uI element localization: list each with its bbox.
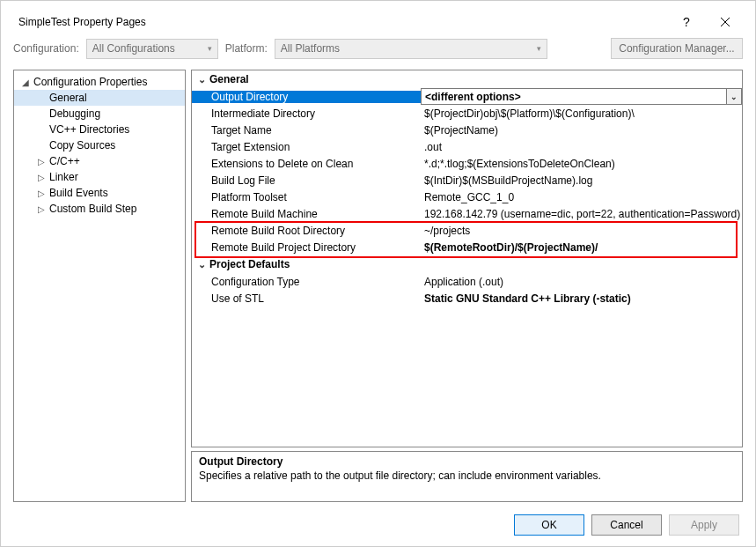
property-name: Extensions to Delete on Clean: [192, 158, 421, 170]
tree-item[interactable]: ▷C/C++: [14, 153, 185, 169]
collapse-icon: ⌄: [194, 74, 209, 85]
property-name: Use of STL: [192, 292, 421, 305]
chevron-down-icon: ▾: [537, 44, 541, 53]
tree-item-label: Build Events: [48, 187, 108, 199]
property-row[interactable]: Remote Build Project Directory$(RemoteRo…: [192, 239, 742, 255]
description-title: Output Directory: [199, 455, 735, 468]
property-value: .out: [421, 141, 742, 153]
property-row[interactable]: Remote Build Root Directory~/projects: [192, 222, 742, 239]
expand-icon: ▷: [35, 173, 48, 182]
collapse-icon: ⌄: [194, 259, 209, 270]
tree-item[interactable]: General: [14, 90, 185, 106]
configuration-label: Configuration:: [13, 42, 79, 55]
property-value: ~/projects: [421, 225, 742, 237]
window-title: SimpleTest Property Pages: [18, 16, 667, 28]
nav-tree[interactable]: ◢ Configuration Properties GeneralDebugg…: [13, 70, 186, 502]
cancel-button[interactable]: Cancel: [591, 514, 662, 536]
property-row[interactable]: Remote Build Machine192.168.142.79 (user…: [192, 205, 742, 222]
property-name: Output Directory: [192, 91, 421, 103]
section-header[interactable]: ⌄Project Defaults: [192, 255, 742, 273]
property-name: Configuration Type: [192, 276, 421, 288]
tree-item[interactable]: ▷Build Events: [14, 185, 185, 201]
property-row[interactable]: Platform ToolsetRemote_GCC_1_0: [192, 188, 742, 205]
tree-item-label: VC++ Directories: [48, 123, 129, 136]
property-row[interactable]: Build Log File$(IntDir)$(MSBuildProjectN…: [192, 172, 742, 188]
expand-icon: ▷: [35, 204, 48, 214]
property-value: Remote_GCC_1_0: [421, 191, 742, 203]
property-row[interactable]: Configuration TypeApplication (.out): [192, 273, 742, 290]
tree-item[interactable]: VC++ Directories: [14, 122, 185, 137]
property-value: $(IntDir)$(MSBuildProjectName).log: [421, 174, 742, 187]
property-name: Build Log File: [192, 174, 421, 187]
platform-combo[interactable]: All Platforms ▾: [275, 39, 547, 59]
property-row[interactable]: Target Extension.out: [192, 138, 742, 155]
dropdown-icon[interactable]: ⌄: [726, 89, 741, 104]
property-pages-window: SimpleTest Property Pages ? Configuratio…: [0, 0, 756, 547]
property-value[interactable]: <different options>⌄: [421, 88, 742, 105]
property-name: Remote Build Machine: [192, 208, 421, 220]
platform-value: All Platforms: [281, 42, 340, 55]
toolbar: Configuration: All Configurations ▾ Plat…: [8, 36, 748, 64]
property-name: Platform Toolset: [192, 191, 421, 203]
property-name: Target Name: [192, 124, 421, 137]
configuration-manager-button[interactable]: Configuration Manager...: [611, 38, 743, 59]
tree-item[interactable]: ▷Linker: [14, 169, 185, 185]
chevron-down-icon: ▾: [208, 44, 212, 53]
description-text: Specifies a relative path to the output …: [199, 469, 735, 482]
collapse-icon: ◢: [19, 78, 32, 87]
tree-item[interactable]: Copy Sources: [14, 137, 185, 153]
property-name: Intermediate Directory: [192, 107, 421, 120]
tree-item[interactable]: ▷Custom Build Step: [14, 201, 185, 217]
property-row[interactable]: Output Directory<different options>⌄: [192, 88, 742, 105]
property-row[interactable]: Extensions to Delete on Clean*.d;*.tlog;…: [192, 155, 742, 172]
description-box: Output Directory Specifies a relative pa…: [191, 451, 743, 502]
configuration-combo[interactable]: All Configurations ▾: [86, 39, 218, 59]
titlebar: SimpleTest Property Pages ?: [8, 8, 748, 36]
expand-icon: ▷: [35, 188, 48, 198]
property-row[interactable]: Target Name$(ProjectName): [192, 122, 742, 138]
dialog-buttons: OK Cancel Apply: [514, 514, 739, 536]
property-name: Target Extension: [192, 141, 421, 153]
configuration-value: All Configurations: [92, 42, 175, 55]
expand-icon: ▷: [35, 157, 48, 166]
platform-label: Platform:: [225, 42, 268, 55]
property-value: $(ProjectName): [421, 124, 742, 137]
tree-item-label: Linker: [48, 171, 78, 183]
right-pane: ⌄GeneralOutput Directory<different optio…: [191, 70, 743, 502]
close-button[interactable]: [706, 9, 745, 35]
property-value: 192.168.142.79 (username=dic, port=22, a…: [421, 208, 742, 220]
tree-item-label: C/C++: [48, 155, 80, 167]
tree-item-label: Copy Sources: [48, 139, 115, 152]
apply-button[interactable]: Apply: [669, 514, 739, 536]
section-title: General: [209, 73, 249, 85]
section-title: Project Defaults: [209, 258, 290, 270]
help-button[interactable]: ?: [667, 9, 706, 35]
tree-item-label: Custom Build Step: [48, 203, 136, 215]
tree-root[interactable]: ◢ Configuration Properties: [14, 74, 185, 90]
tree-item-label: Debugging: [48, 107, 100, 120]
property-grid[interactable]: ⌄GeneralOutput Directory<different optio…: [191, 70, 743, 447]
property-value: *.d;*.tlog;$(ExtensionsToDeleteOnClean): [421, 158, 742, 170]
property-value: Static GNU Standard C++ Library (-static…: [421, 292, 742, 305]
section-header[interactable]: ⌄General: [192, 70, 742, 88]
property-value: Application (.out): [421, 276, 742, 288]
property-name: Remote Build Root Directory: [192, 225, 421, 237]
property-row[interactable]: Use of STLStatic GNU Standard C++ Librar…: [192, 290, 742, 307]
property-row[interactable]: Intermediate Directory$(ProjectDir)obj\$…: [192, 105, 742, 122]
property-name: Remote Build Project Directory: [192, 241, 421, 254]
property-value: $(ProjectDir)obj\$(Platform)\$(Configura…: [421, 107, 742, 120]
ok-button[interactable]: OK: [514, 514, 584, 536]
property-value: $(RemoteRootDir)/$(ProjectName)/: [421, 241, 742, 254]
tree-item[interactable]: Debugging: [14, 106, 185, 122]
body: ◢ Configuration Properties GeneralDebugg…: [13, 70, 743, 502]
tree-item-label: General: [48, 92, 87, 104]
